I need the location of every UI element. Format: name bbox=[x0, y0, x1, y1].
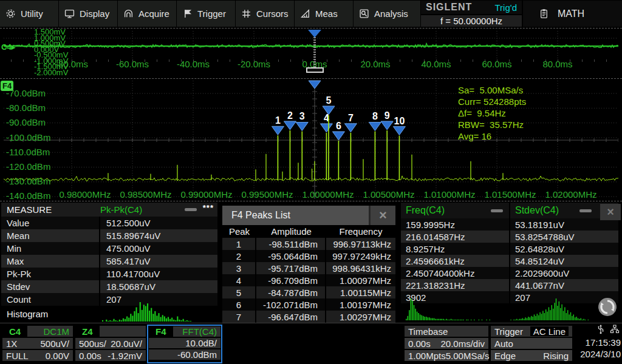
trigger-box[interactable]: TriggerAC Line Auto EdgeRising bbox=[491, 326, 572, 362]
peak-row: 1-98.511dBm996.97113kHz bbox=[222, 238, 395, 250]
measure-row: Stdev18.50687uV bbox=[1, 280, 217, 293]
measure-more-indicator: *** bbox=[203, 203, 214, 212]
fft-window: 12345678910 F4 -70.0dBm -80.0dBm -90.0dB… bbox=[0, 78, 622, 201]
stat-value: 54.85124uV bbox=[510, 255, 618, 267]
db-tick: -90.0dBm bbox=[6, 117, 46, 127]
menu-trigger-label: Trigger bbox=[197, 8, 226, 19]
c4-badge: C4 bbox=[2, 326, 27, 337]
collapse-button[interactable] bbox=[491, 209, 503, 212]
db-tick: -80.0dBm bbox=[6, 103, 46, 113]
measure-row: Mean515.89674uV bbox=[1, 229, 217, 242]
collapse-button[interactable] bbox=[579, 209, 592, 212]
menu-bar: Utility Display Acquire Trigger bbox=[0, 0, 622, 27]
stat-value: 159.9995Hz bbox=[401, 218, 509, 231]
oscilloscope-screen: Utility Display Acquire Trigger bbox=[0, 0, 622, 364]
peak-row: 4-96.709dBm1.00097MHz bbox=[222, 274, 395, 286]
stat-value: 2.2029600uV bbox=[510, 267, 618, 279]
refresh-spinner-icon bbox=[596, 296, 618, 320]
peaks-list-header: Peak Amplitude Frequency bbox=[222, 225, 395, 238]
measure-row: Max585.417uV bbox=[1, 255, 217, 268]
peak-row: 3-95.717dBm998.96431kHz bbox=[222, 262, 395, 274]
freq-tick: 1.01000MHz bbox=[416, 189, 483, 200]
timebase-title: Timebase bbox=[408, 326, 448, 337]
math-f4-box[interactable]: F4FFT(C4) 10.0dB/ -60.0dBm bbox=[147, 325, 222, 363]
time-tick: -40.0ms bbox=[163, 59, 224, 69]
menu-trigger[interactable]: Trigger bbox=[177, 1, 235, 27]
measure-source[interactable]: Pk-Pk(C4) bbox=[100, 204, 142, 215]
db-tick: -70.0dBm bbox=[6, 88, 46, 98]
z4-badge: Z4 bbox=[75, 326, 100, 337]
freq-tick: 1.01500MHz bbox=[477, 189, 544, 200]
menu-acquire[interactable]: Acquire bbox=[118, 1, 176, 27]
svg-text:9: 9 bbox=[384, 110, 390, 121]
stat-value: 216.014587Hz bbox=[401, 231, 509, 243]
fft-spectrum-plot[interactable]: 12345678910 bbox=[4, 79, 618, 201]
time-tick: 60.0ms bbox=[466, 59, 527, 69]
stat-value: 52.64828uV bbox=[510, 243, 618, 255]
menu-math[interactable]: MATH bbox=[523, 1, 622, 27]
measure-row: Min475.000uV bbox=[1, 242, 217, 255]
svg-text:2: 2 bbox=[287, 110, 293, 121]
peak-row: 2-95.064dBm997.97249kHz bbox=[222, 250, 395, 262]
stat-value: 2.4596661kHz bbox=[401, 255, 509, 267]
menu-display[interactable]: Display bbox=[59, 1, 117, 27]
svg-text:6: 6 bbox=[336, 121, 341, 131]
time-tick: 80.0ms bbox=[527, 59, 588, 69]
status-box: 17:15:39 2024/3/10 bbox=[573, 325, 621, 359]
menu-display-label: Display bbox=[80, 8, 109, 19]
zoom-z4-box[interactable]: Z4 500us/20.0uV/ 0.00s-1.92mV bbox=[75, 326, 146, 362]
channel-c4-marker[interactable]: C4▸ bbox=[1, 42, 15, 52]
menu-analysis[interactable]: Analysis bbox=[354, 1, 420, 27]
stat-value: 8.9257Hz bbox=[401, 243, 509, 255]
clock-date: 2024/3/10 bbox=[573, 349, 621, 359]
freq-stats-column: Freq(C4) 159.9995Hz 216.014587Hz 8.9257H… bbox=[401, 203, 509, 303]
trigger-source: AC Line bbox=[530, 326, 569, 336]
db-tick: -130.0dBm bbox=[6, 176, 50, 186]
stats-panel: Freq(C4) 159.9995Hz 216.014587Hz 8.9257H… bbox=[401, 203, 622, 323]
clock-time: 17:15:39 bbox=[573, 337, 621, 348]
trigger-position-marker-icon[interactable] bbox=[308, 30, 321, 38]
time-tick: 20.0ms bbox=[345, 59, 406, 69]
stat-value: 53.18191uV bbox=[510, 218, 618, 231]
peak-row: 7-96.647dBm1.00297MHz bbox=[222, 311, 395, 323]
timeline-strip: C4▸ 1.500mV 1.000mV 0.500mV 0.000V -0.50… bbox=[0, 28, 622, 78]
math-clipboard-icon bbox=[539, 8, 549, 19]
db-tick: -110.0dBm bbox=[6, 147, 50, 157]
menu-cursors[interactable]: Cursors bbox=[236, 1, 294, 27]
menu-cursors-label: Cursors bbox=[256, 8, 289, 19]
channel-c4-box[interactable]: C4DC1M 1X500uV/ FULL0.00V bbox=[2, 326, 73, 362]
frequency-counter: f = 50.00000Hz bbox=[421, 14, 522, 27]
svg-text:1: 1 bbox=[275, 115, 281, 126]
peak-row: 6-102.071dBm1.00197MHz bbox=[222, 298, 395, 311]
peaks-list-titlebar[interactable]: F4 Peaks List × bbox=[222, 206, 395, 225]
time-tick: -20.0ms bbox=[224, 59, 284, 69]
menu-utility[interactable]: Utility bbox=[0, 1, 58, 27]
freq-stats-header[interactable]: Freq(C4) bbox=[401, 203, 509, 218]
freq-tick: 1.02000MHz bbox=[538, 189, 604, 200]
menu-math-label: MATH bbox=[558, 8, 584, 19]
freq-tick: 1.00000MHz bbox=[295, 189, 361, 200]
trigger-delay-indicator bbox=[306, 67, 324, 73]
stat-value: 221.318231Hz bbox=[401, 279, 509, 291]
f4-badge: F4 bbox=[149, 326, 173, 337]
siglent-logo: SIGLENT bbox=[426, 2, 472, 13]
time-tick: -60.0ms bbox=[102, 59, 163, 69]
svg-text:7: 7 bbox=[348, 113, 354, 123]
cursors-icon bbox=[241, 8, 251, 19]
timebase-box[interactable]: Timebase 0.00s20.0ms/div 1.00Mpts5.00MSa… bbox=[405, 326, 488, 362]
freq-histogram bbox=[406, 298, 491, 320]
measure-icon bbox=[300, 8, 310, 19]
db-tick: -140.0dBm bbox=[6, 190, 50, 201]
time-tick: -80.0ms bbox=[41, 59, 102, 69]
close-icon[interactable]: × bbox=[600, 204, 621, 220]
collapse-button[interactable] bbox=[185, 208, 197, 211]
display-icon bbox=[64, 8, 75, 19]
db-tick: -120.0dBm bbox=[6, 161, 50, 172]
close-icon[interactable]: × bbox=[369, 206, 395, 225]
menu-meas[interactable]: Meas bbox=[295, 1, 353, 27]
measure-header[interactable]: MEASURE Pk-Pk(C4) *** bbox=[1, 203, 217, 217]
menu-acquire-label: Acquire bbox=[138, 8, 169, 19]
measure-row: Value512.500uV bbox=[1, 217, 217, 229]
svg-text:3: 3 bbox=[299, 111, 305, 121]
svg-text:8: 8 bbox=[372, 111, 378, 121]
